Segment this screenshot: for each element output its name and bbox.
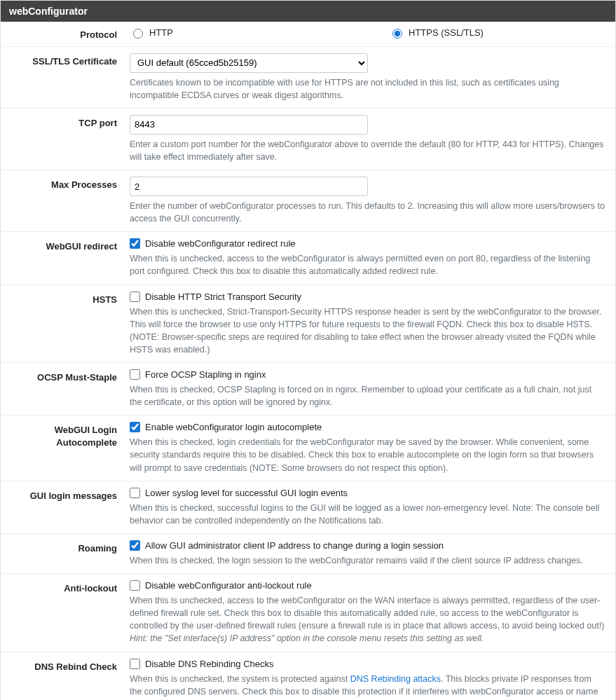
antilockout-checkbox[interactable] xyxy=(130,580,140,591)
roaming-checkbox[interactable] xyxy=(130,540,140,551)
row-hsts: HSTS Disable HTTP Strict Transport Secur… xyxy=(1,285,615,364)
help-roaming: When this is checked, the login session … xyxy=(130,554,605,567)
row-antilockout: Anti-lockout Disable webConfigurator ant… xyxy=(1,574,615,652)
row-max-proc: Max Processes Enter the number of webCon… xyxy=(1,170,615,232)
login-msg-checkbox[interactable] xyxy=(130,488,140,498)
row-autocomplete: WebGUI Login Autocomplete Enable webConf… xyxy=(1,416,615,481)
redirect-checkbox[interactable] xyxy=(130,238,140,249)
help-tcp-port: Enter a custom port number for the webCo… xyxy=(130,138,605,163)
help-max-proc: Enter the number of webConfigurator proc… xyxy=(130,200,605,225)
dns-rebind-check-row[interactable]: Disable DNS Rebinding Checks xyxy=(130,659,605,669)
tcp-port-input[interactable] xyxy=(130,115,368,135)
protocol-https-option[interactable]: HTTPS (SSL/TLS) xyxy=(389,27,484,39)
webconfigurator-panel: webConfigurator Protocol HTTP HTTPS (SSL… xyxy=(0,0,616,700)
roaming-checkbox-label: Allow GUI administrator client IP addres… xyxy=(145,540,444,551)
help-ssl-cert: Certificates known to be incompatible wi… xyxy=(130,76,605,102)
dns-rebind-link[interactable]: DNS Rebinding attacks xyxy=(350,674,441,684)
protocol-http-option[interactable]: HTTP xyxy=(130,27,389,39)
row-login-msg: GUI login messages Lower syslog level fo… xyxy=(1,481,615,534)
label-redirect: WebGUI redirect xyxy=(11,238,130,277)
autocomplete-check-row[interactable]: Enable webConfigurator login autocomplet… xyxy=(130,422,605,432)
row-ocsp: OCSP Must-Staple Force OCSP Stapling in … xyxy=(1,363,615,416)
label-autocomplete: WebGUI Login Autocomplete xyxy=(11,422,130,474)
panel-title: webConfigurator xyxy=(1,1,615,22)
row-dns-rebind: DNS Rebind Check Disable DNS Rebinding C… xyxy=(1,652,615,700)
help-ocsp: When this is checked, OCSP Stapling is f… xyxy=(130,383,605,409)
label-max-proc: Max Processes xyxy=(11,177,130,225)
help-hsts: When this is unchecked, Strict-Transport… xyxy=(130,306,605,357)
antilockout-check-row[interactable]: Disable webConfigurator anti-lockout rul… xyxy=(130,580,605,591)
label-ssl-cert: SSL/TLS Certificate xyxy=(11,53,130,102)
hsts-check-row[interactable]: Disable HTTP Strict Transport Security xyxy=(130,291,605,302)
login-msg-check-row[interactable]: Lower syslog level for successful GUI lo… xyxy=(130,488,605,498)
ocsp-checkbox-label: Force OCSP Stapling in nginx xyxy=(145,369,266,380)
ocsp-check-row[interactable]: Force OCSP Stapling in nginx xyxy=(130,369,605,380)
label-antilockout: Anti-lockout xyxy=(11,580,130,645)
label-protocol: Protocol xyxy=(11,27,130,41)
protocol-http-label: HTTP xyxy=(149,27,173,38)
label-login-msg: GUI login messages xyxy=(11,488,130,527)
max-proc-input[interactable] xyxy=(130,177,368,196)
row-tcp-port: TCP port Enter a custom port number for … xyxy=(1,109,615,170)
login-msg-checkbox-label: Lower syslog level for successful GUI lo… xyxy=(145,488,348,498)
row-redirect: WebGUI redirect Disable webConfigurator … xyxy=(1,232,615,284)
label-ocsp: OCSP Must-Staple xyxy=(11,369,130,409)
label-tcp-port: TCP port xyxy=(11,115,130,163)
help-redirect: When this is unchecked, access to the we… xyxy=(130,252,605,277)
row-ssl-cert: SSL/TLS Certificate GUI default (65cced5… xyxy=(1,47,615,109)
ssl-cert-select[interactable]: GUI default (65cced5b25159) xyxy=(130,53,368,73)
protocol-https-label: HTTPS (SSL/TLS) xyxy=(409,27,484,38)
autocomplete-checkbox-label: Enable webConfigurator login autocomplet… xyxy=(145,422,322,432)
protocol-http-radio[interactable] xyxy=(133,29,143,39)
label-dns-rebind: DNS Rebind Check xyxy=(11,659,130,700)
dns-rebind-checkbox[interactable] xyxy=(130,659,140,669)
redirect-checkbox-label: Disable webConfigurator redirect rule xyxy=(145,238,296,249)
row-protocol: Protocol HTTP HTTPS (SSL/TLS) xyxy=(1,22,615,47)
row-roaming: Roaming Allow GUI administrator client I… xyxy=(1,534,615,574)
hsts-checkbox-label: Disable HTTP Strict Transport Security xyxy=(145,291,301,302)
autocomplete-checkbox[interactable] xyxy=(130,422,140,432)
help-autocomplete: When this is checked, login credentials … xyxy=(130,436,605,474)
antilockout-checkbox-label: Disable webConfigurator anti-lockout rul… xyxy=(145,580,312,591)
redirect-check-row[interactable]: Disable webConfigurator redirect rule xyxy=(130,238,605,249)
hsts-checkbox[interactable] xyxy=(130,291,140,302)
dns-rebind-checkbox-label: Disable DNS Rebinding Checks xyxy=(145,659,274,669)
help-login-msg: When this is checked, successful logins … xyxy=(130,502,605,527)
label-roaming: Roaming xyxy=(11,540,130,567)
ocsp-checkbox[interactable] xyxy=(130,369,140,380)
help-antilockout: When this is unchecked, access to the we… xyxy=(130,594,605,645)
roaming-check-row[interactable]: Allow GUI administrator client IP addres… xyxy=(130,540,605,551)
label-hsts: HSTS xyxy=(11,291,130,357)
protocol-https-radio[interactable] xyxy=(392,29,402,39)
help-dns-rebind: When this is unchecked, the system is pr… xyxy=(130,673,605,700)
